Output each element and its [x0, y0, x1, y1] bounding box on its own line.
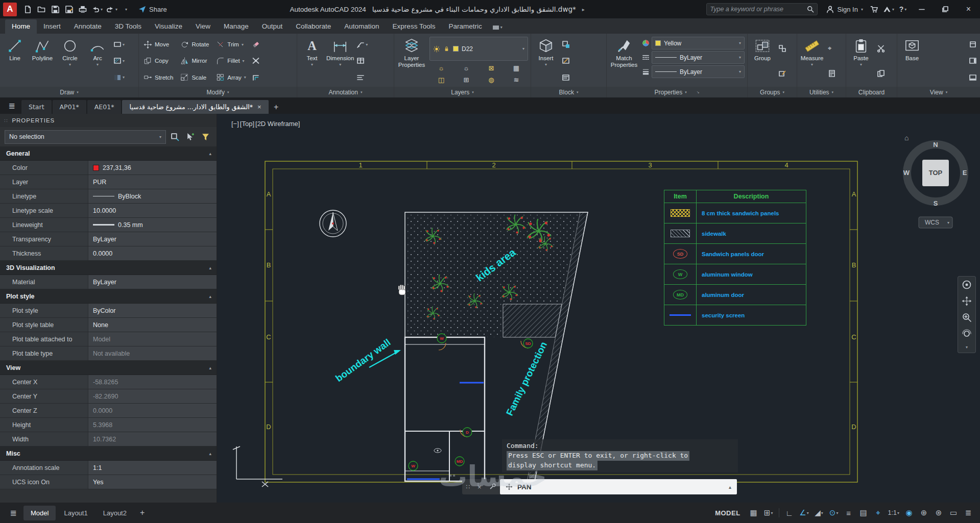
- command-bar-grip-icon[interactable]: ∷: [466, 483, 470, 490]
- undo-button[interactable]: ▾: [90, 2, 104, 16]
- orbit-tool-icon[interactable]: [962, 329, 972, 339]
- trim-tool[interactable]: Trim▾: [213, 36, 249, 53]
- base-view-tool[interactable]: Base: [899, 35, 925, 87]
- ribbon-tab-parametric[interactable]: Parametric: [442, 19, 488, 34]
- layer-state-icon[interactable]: ⊠: [480, 63, 503, 73]
- selection-dropdown[interactable]: No selection▾: [5, 130, 166, 144]
- select-objects-button[interactable]: [184, 131, 197, 143]
- property-value[interactable]: -58.8265: [88, 375, 217, 389]
- minimize-button[interactable]: [910, 0, 933, 18]
- panel-launcher-icon[interactable]: ↘: [697, 90, 700, 94]
- maximize-button[interactable]: [934, 0, 957, 18]
- close-button[interactable]: ×: [957, 0, 980, 18]
- ribbon-tab-manage[interactable]: Manage: [217, 19, 255, 34]
- section-header-3d-visualization[interactable]: 3D Visualization▴: [0, 261, 217, 275]
- autoscale-annotation[interactable]: ⊕: [917, 506, 930, 519]
- file-tab[interactable]: Start: [21, 100, 52, 114]
- polar-tracking[interactable]: ∠▾: [798, 506, 811, 519]
- pan-tool-icon[interactable]: [962, 296, 972, 306]
- insert-block-tool[interactable]: Insert▾: [533, 35, 559, 87]
- property-value[interactable]: -82.2690: [88, 389, 217, 403]
- snap-mode[interactable]: ⊞▾: [762, 506, 775, 519]
- navbar-more-icon[interactable]: ▾: [966, 345, 968, 350]
- stretch-tool[interactable]: Stretch: [140, 69, 176, 86]
- array-tool[interactable]: Array▾: [213, 69, 249, 86]
- section-header-general[interactable]: General▴: [0, 146, 217, 161]
- panel-label-clipboard[interactable]: Clipboard: [846, 87, 897, 97]
- workspace-switching[interactable]: ⊛: [932, 506, 945, 519]
- new-drawing-tab-button[interactable]: +: [270, 100, 283, 114]
- autodesk-app-button[interactable]: ▾: [881, 2, 896, 16]
- file-tab[interactable]: AE01*: [87, 100, 122, 114]
- layer-state-icon[interactable]: ☼: [455, 63, 478, 73]
- leader-tool[interactable]: ▾: [355, 39, 369, 50]
- group-tool[interactable]: Group: [749, 35, 776, 87]
- ribbon-tab-visualize[interactable]: Visualize: [148, 19, 189, 34]
- save-as-button[interactable]: [62, 2, 76, 16]
- quick-calc-tool[interactable]: [827, 68, 837, 79]
- zoom-tool-icon[interactable]: [962, 312, 972, 322]
- property-value[interactable]: ByLayer: [88, 275, 217, 289]
- property-value[interactable]: Not available: [88, 346, 217, 360]
- copy-tool[interactable]: Copy: [140, 53, 176, 69]
- copy-clip-tool[interactable]: [876, 68, 886, 79]
- panel-label-utilities[interactable]: Utilities▾: [797, 87, 846, 97]
- property-value[interactable]: 5.3968: [88, 418, 217, 432]
- mleader-style-tool[interactable]: [355, 72, 369, 83]
- app-store-cart-button[interactable]: [868, 2, 881, 16]
- layer-state-icon[interactable]: ⊞: [455, 74, 478, 85]
- qat-customize-button[interactable]: ▾: [119, 2, 133, 16]
- panel-label-draw[interactable]: Draw▾: [0, 87, 138, 97]
- command-bar-customize-icon[interactable]: [489, 483, 496, 490]
- navbar-toggle-tool[interactable]: [968, 55, 978, 66]
- ribbon-tab-insert[interactable]: Insert: [37, 19, 67, 34]
- quick-select-button[interactable]: [199, 131, 212, 143]
- group-edit-tool[interactable]: [777, 68, 787, 79]
- model-space-indicator[interactable]: MODEL: [715, 509, 740, 517]
- close-tab-icon[interactable]: ×: [257, 103, 261, 111]
- layout-menu-icon[interactable]: ≣: [5, 505, 21, 520]
- line-tool[interactable]: Line: [2, 35, 28, 87]
- new-layout-button[interactable]: +: [135, 508, 150, 517]
- rectangle-tool[interactable]: ▾: [112, 39, 126, 50]
- circle-tool[interactable]: Circle▾: [57, 35, 83, 87]
- annotation-monitor[interactable]: ▭: [947, 506, 960, 519]
- paste-tool[interactable]: Paste▾: [848, 35, 874, 87]
- color-dropdown[interactable]: Yellow▾: [652, 37, 745, 49]
- erase-tool[interactable]: [251, 39, 261, 50]
- fillet-tool[interactable]: Fillet▾: [213, 53, 249, 69]
- transparency-display[interactable]: ▤: [857, 506, 870, 519]
- ribbon-tab-annotate[interactable]: Annotate: [67, 19, 108, 34]
- sign-in-button[interactable]: Sign In ▾: [822, 6, 867, 13]
- layout-tab-layout2[interactable]: Layout2: [96, 506, 134, 520]
- file-tab-menu-icon[interactable]: ≣: [3, 97, 20, 114]
- layer-state-icon[interactable]: ☼: [429, 63, 453, 73]
- ungroup-tool[interactable]: [777, 43, 787, 54]
- section-header-plot-style[interactable]: Plot style▴: [0, 289, 217, 304]
- file-tab[interactable]: AP01*: [53, 100, 86, 114]
- ribbon-tab-automation[interactable]: Automation: [338, 19, 386, 34]
- ribbon-display-toggle[interactable]: ▾: [493, 25, 503, 34]
- palette-grip-icon[interactable]: ∷: [4, 118, 8, 123]
- ribbon-tab-collaborate[interactable]: Collaborate: [289, 19, 338, 34]
- lineweight-display[interactable]: ≡: [842, 506, 855, 519]
- toggle-pickadd-button[interactable]: [169, 131, 181, 143]
- viewport-view-control[interactable]: [Top]: [240, 120, 254, 128]
- ribbon-tab-3d-tools[interactable]: 3D Tools: [108, 19, 148, 34]
- layout-tab-model[interactable]: Model: [23, 506, 56, 520]
- panel-label-groups[interactable]: Groups▾: [748, 87, 797, 97]
- property-value[interactable]: Model: [88, 332, 217, 346]
- isometric-drafting[interactable]: ◢▾: [812, 506, 826, 519]
- linetype-dropdown[interactable]: ByLayer▾: [652, 51, 745, 64]
- id-point-tool[interactable]: ⌖: [827, 43, 837, 54]
- panel-label-view[interactable]: View▾: [897, 87, 980, 97]
- object-snap[interactable]: ⊙▾: [827, 506, 841, 519]
- property-value[interactable]: 0.0000: [88, 246, 217, 260]
- arc-tool[interactable]: Arc▾: [84, 35, 111, 87]
- dynamic-input[interactable]: ⌖: [872, 506, 885, 519]
- drawing-canvas[interactable]: 1 2 3 4 A B C D A B C D: [217, 114, 980, 503]
- table-tool[interactable]: [355, 55, 369, 66]
- layer-state-icon[interactable]: ◍: [480, 74, 503, 85]
- panel-label-annotation[interactable]: Annotation▾: [297, 87, 394, 97]
- polyline-tool[interactable]: Polyline: [29, 35, 56, 87]
